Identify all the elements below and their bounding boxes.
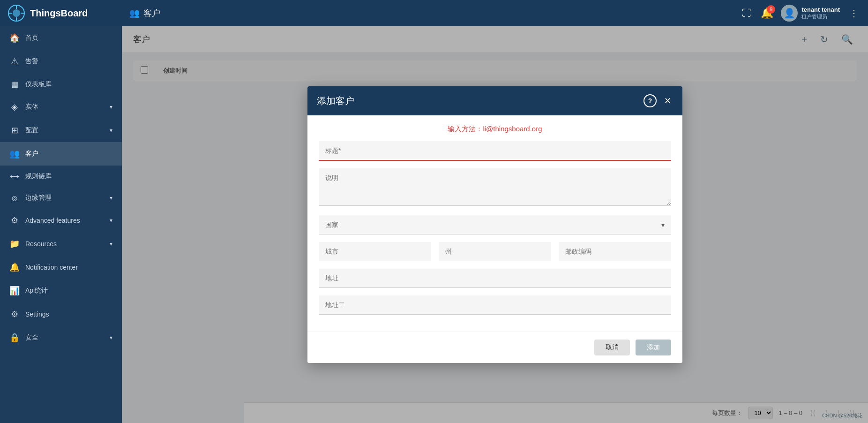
sidebar-item-home[interactable]: 🏠 首页	[0, 26, 122, 50]
add-button[interactable]: 添加	[636, 340, 671, 355]
dashboard-icon: ▦	[9, 80, 20, 89]
sidebar-label-notification: Notification center	[25, 264, 112, 271]
sidebar-item-edge[interactable]: ◎ 边缘管理 ▾	[0, 187, 122, 209]
notification-badge: 9	[767, 5, 775, 14]
home-icon: 🏠	[9, 33, 20, 43]
alert-icon: ⚠	[9, 56, 20, 67]
user-area[interactable]: 👤 tenant tenant 租户管理员	[781, 5, 840, 22]
notification-button[interactable]: 🔔 9	[761, 7, 773, 19]
logo-text: ThingsBoard	[30, 8, 88, 19]
top-header: ThingsBoard 👥 客户 ⛶ 🔔 9 👤 tenant tenant 租…	[0, 0, 868, 26]
email-hint: 输入方法：li@thingsboard.org	[319, 125, 671, 134]
security-chevron: ▾	[110, 334, 112, 341]
sidebar-label-entities: 实体	[25, 103, 104, 111]
description-textarea[interactable]	[319, 168, 671, 206]
dialog-footer: 取消 添加	[307, 332, 682, 363]
logo-icon	[7, 4, 25, 22]
sidebar-item-advanced[interactable]: ⚙ Advanced features ▾	[0, 209, 122, 232]
svg-point-1	[13, 9, 20, 17]
sidebar-item-security[interactable]: 🔒 安全 ▾	[0, 326, 122, 349]
content-area: 客户 + ↻ 🔍 创建时间	[122, 26, 868, 423]
email-hint-text: 输入方法：li@thingsboard.org	[448, 125, 542, 133]
edge-icon: ◎	[9, 194, 20, 202]
city-field-wrapper	[319, 242, 431, 261]
resources-chevron: ▾	[110, 241, 112, 247]
sidebar-item-resources[interactable]: 📁 Resources ▾	[0, 232, 122, 256]
header-page-icon: 👥	[129, 8, 140, 18]
address-field-wrapper	[319, 269, 671, 288]
city-state-zip-row	[319, 242, 671, 261]
dialog-title: 添加客户	[317, 95, 354, 107]
address-input[interactable]	[319, 269, 671, 288]
address2-input[interactable]	[319, 295, 671, 315]
sidebar-item-rule-chains[interactable]: ⟷ 规则链库	[0, 166, 122, 187]
dialog-overlay[interactable]: 添加客户 ? ✕ 输入方法：li@thingsboard.org	[122, 26, 868, 423]
address2-field-wrapper	[319, 295, 671, 315]
country-field-wrapper: 国家 ▾	[319, 215, 671, 234]
api-stats-icon: 📊	[9, 286, 20, 296]
config-chevron: ▾	[110, 127, 112, 134]
user-info: tenant tenant 租户管理员	[801, 6, 840, 20]
sidebar-label-security: 安全	[25, 333, 104, 342]
header-right: ⛶ 🔔 9 👤 tenant tenant 租户管理员 ⋮	[740, 5, 861, 22]
zip-field-wrapper	[559, 242, 671, 261]
resources-icon: 📁	[9, 239, 20, 249]
sidebar-item-api-stats[interactable]: 📊 Api统计	[0, 279, 122, 302]
dialog-close-button[interactable]: ✕	[662, 94, 673, 108]
sidebar: 🏠 首页 ⚠ 告警 ▦ 仪表板库 ◈ 实体 ▾ ⊞ 配置 ▾ 👥 客户 ⟷ 规则…	[0, 26, 122, 423]
sidebar-label-dashboards: 仪表板库	[25, 80, 112, 89]
user-name: tenant tenant	[801, 6, 840, 13]
sidebar-item-customers[interactable]: 👥 客户	[0, 142, 122, 166]
header-page-title: 客户	[143, 8, 160, 19]
more-options-button[interactable]: ⋮	[847, 6, 861, 21]
sidebar-label-advanced: Advanced features	[25, 217, 104, 224]
settings-icon: ⚙	[9, 309, 20, 319]
zip-input[interactable]	[559, 242, 671, 261]
sidebar-item-notification[interactable]: 🔔 Notification center	[0, 256, 122, 279]
sidebar-label-alerts: 告警	[25, 57, 112, 66]
sidebar-label-edge: 边缘管理	[25, 194, 104, 202]
cancel-button[interactable]: 取消	[594, 340, 630, 355]
config-icon: ⊞	[9, 125, 20, 136]
title-field-wrapper	[319, 141, 671, 161]
add-customer-dialog: 添加客户 ? ✕ 输入方法：li@thingsboard.org	[307, 86, 682, 363]
dialog-help-button[interactable]: ?	[644, 94, 657, 107]
fullscreen-button[interactable]: ⛶	[740, 6, 753, 21]
sidebar-item-entities[interactable]: ◈ 实体 ▾	[0, 95, 122, 119]
state-input[interactable]	[439, 242, 551, 261]
logo-area: ThingsBoard	[7, 4, 129, 22]
sidebar-label-config: 配置	[25, 126, 104, 135]
sidebar-label-api-stats: Api统计	[25, 287, 112, 295]
sidebar-label-resources: Resources	[25, 240, 104, 248]
city-input[interactable]	[319, 242, 431, 261]
sidebar-item-config[interactable]: ⊞ 配置 ▾	[0, 119, 122, 142]
sidebar-item-settings[interactable]: ⚙ Settings	[0, 302, 122, 326]
sidebar-label-home: 首页	[25, 34, 112, 42]
security-icon: 🔒	[9, 332, 20, 343]
entities-chevron: ▾	[110, 104, 112, 110]
dialog-header: 添加客户 ? ✕	[307, 86, 682, 115]
sidebar-label-customers: 客户	[25, 150, 112, 158]
state-field-wrapper	[439, 242, 551, 261]
country-select[interactable]: 国家	[319, 215, 671, 234]
header-page-title-area: 👥 客户	[129, 8, 740, 19]
entities-icon: ◈	[9, 102, 20, 112]
user-role: 租户管理员	[801, 13, 840, 20]
title-input[interactable]	[319, 141, 671, 161]
avatar: 👤	[781, 5, 798, 22]
advanced-icon: ⚙	[9, 215, 20, 226]
sidebar-label-settings: Settings	[25, 310, 112, 318]
dialog-body: 输入方法：li@thingsboard.org 国家	[307, 115, 682, 332]
notification-icon: 🔔	[9, 262, 20, 272]
description-field-wrapper	[319, 168, 671, 208]
dialog-header-actions: ? ✕	[644, 94, 673, 108]
rule-chains-icon: ⟷	[9, 173, 20, 180]
main-layout: 🏠 首页 ⚠ 告警 ▦ 仪表板库 ◈ 实体 ▾ ⊞ 配置 ▾ 👥 客户 ⟷ 规则…	[0, 26, 868, 423]
edge-chevron: ▾	[110, 195, 112, 201]
customers-icon: 👥	[9, 149, 20, 159]
advanced-chevron: ▾	[110, 217, 112, 224]
sidebar-item-alerts[interactable]: ⚠ 告警	[0, 50, 122, 73]
sidebar-label-rule-chains: 规则链库	[25, 172, 112, 181]
sidebar-item-dashboards[interactable]: ▦ 仪表板库	[0, 73, 122, 95]
avatar-icon: 👤	[784, 8, 795, 19]
